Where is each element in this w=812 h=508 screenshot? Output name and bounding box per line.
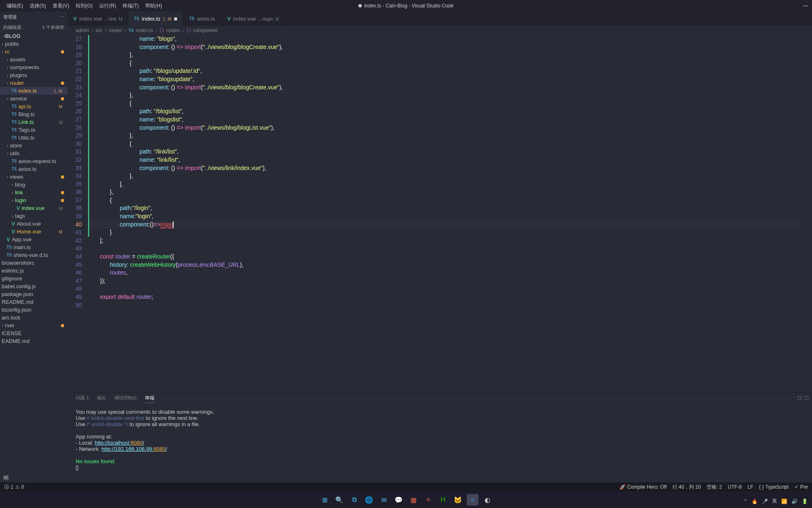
status-encoding[interactable]: UTF-8 <box>728 484 742 490</box>
code-content[interactable]: name: "blogs",component: () => import(".… <box>90 35 812 392</box>
code-line[interactable]: { <box>90 140 812 148</box>
panel-maximize-icon[interactable]: ▢ <box>797 395 802 402</box>
mail-icon[interactable]: ✉ <box>378 494 390 506</box>
code-line[interactable]: ]; <box>90 237 812 245</box>
app-icon[interactable]: 🐱 <box>452 494 464 506</box>
volume-icon[interactable]: 🔊 <box>791 499 798 504</box>
code-editor[interactable]: 1718192021222324252627282930313233343536… <box>67 35 812 392</box>
vscode-icon[interactable]: ⟐ <box>467 494 478 506</box>
code-line[interactable]: history: createWebHistory(process.env.BA… <box>90 261 812 269</box>
breadcrumb-item[interactable]: component <box>193 28 218 33</box>
code-line[interactable]: }, <box>90 91 812 100</box>
tree-file[interactable]: gitignore <box>0 275 67 282</box>
tree-file[interactable]: TS shims-vue.d.ts <box>0 251 67 259</box>
code-line[interactable]: ], <box>90 180 812 189</box>
code-line[interactable]: component:()=>impo <box>90 221 812 229</box>
tree-folder[interactable]: › blog <box>0 181 67 189</box>
menu-run[interactable]: 运行(R) <box>96 1 119 11</box>
status-lang[interactable]: { } TypeScript <box>759 484 789 490</box>
battery-icon[interactable]: 🔋 <box>802 499 808 504</box>
app-icon[interactable]: ▦ <box>408 494 419 506</box>
task-view-icon[interactable]: ⧉ <box>348 494 360 506</box>
tree-file[interactable]: browserslistrc <box>0 259 67 267</box>
chevron-up-icon[interactable]: ⌃ <box>743 499 747 504</box>
workspace-root[interactable]: -BLOG <box>0 32 67 40</box>
tree-file[interactable]: V index.vueU <box>0 204 67 212</box>
code-line[interactable]: { <box>90 196 812 205</box>
breadcrumb-item[interactable]: src <box>96 28 102 33</box>
wifi-icon[interactable]: 📶 <box>781 499 787 504</box>
code-line[interactable]: name: "blogsupdate", <box>90 75 812 84</box>
breadcrumb-item[interactable]: routes <box>166 28 180 33</box>
code-line[interactable]: name: "blogslist", <box>90 116 812 124</box>
panel-tab-terminal[interactable]: 终端 <box>145 395 154 403</box>
breadcrumb-item[interactable]: index.ts <box>136 28 153 33</box>
code-line[interactable]: name:"login", <box>90 212 812 221</box>
code-line[interactable]: path: "/link/list", <box>90 148 812 156</box>
tree-folder[interactable]: › plugins <box>0 71 67 79</box>
tree-file[interactable]: babel.config.js <box>0 282 67 290</box>
tree-folder[interactable]: › link <box>0 189 67 196</box>
menu-help[interactable]: 帮助(H) <box>142 1 165 11</box>
code-line[interactable]: path: "/blogs/list", <box>90 107 812 116</box>
status-prettier[interactable]: ✓ Pre <box>794 484 808 490</box>
code-line[interactable]: }, <box>90 51 812 59</box>
tree-folder[interactable]: › rver <box>0 322 67 329</box>
menu-select[interactable]: 选择(S) <box>26 1 49 11</box>
editor-tab[interactable]: Vindex.vue...\linkU <box>67 12 128 26</box>
tree-folder[interactable]: › tags <box>0 212 67 220</box>
minimize-button[interactable]: ─ <box>803 2 808 9</box>
tree-folder[interactable]: › views <box>0 173 67 181</box>
code-line[interactable]: }, <box>90 132 812 140</box>
tree-file[interactable]: tsconfig.json <box>0 306 67 314</box>
tree-folder[interactable]: › router <box>0 79 67 87</box>
panel-tab-output[interactable]: 输出 <box>97 395 106 403</box>
tree-file[interactable]: TS axios.ts <box>0 165 67 173</box>
start-button[interactable]: ⊞ <box>319 494 330 506</box>
tree-file[interactable]: TS main.ts <box>0 243 67 251</box>
menu-edit[interactable]: 编辑(E) <box>3 1 26 11</box>
breadcrumb-item[interactable]: admin <box>76 28 89 33</box>
menu-go[interactable]: 转到(G) <box>72 1 96 11</box>
code-line[interactable]: }); <box>90 277 812 285</box>
search-icon[interactable]: 🔍 <box>334 494 345 506</box>
code-line[interactable]: export default router; <box>90 293 812 301</box>
tree-folder[interactable]: › rc <box>0 48 67 56</box>
code-line[interactable]: component: () => import("../views/blog/b… <box>90 43 812 51</box>
tree-file[interactable]: TS axios-request.ts <box>0 157 67 165</box>
breadcrumb[interactable]: admin› src› router› TS index.ts› ⬡ route… <box>67 26 812 35</box>
code-line[interactable]: name: "link/list", <box>90 156 812 164</box>
tree-file[interactable]: TS Link.tsU <box>0 118 67 126</box>
app-icon[interactable]: H <box>437 494 449 506</box>
code-line[interactable]: const router = createRouter({ <box>90 253 812 261</box>
code-line[interactable]: path: "/blogs/update/:id", <box>90 67 812 75</box>
editor-tab[interactable]: Vindex.vue...\loginU <box>221 12 285 26</box>
tree-folder[interactable]: › login <box>0 196 67 204</box>
panel-close-icon[interactable]: ▢ <box>804 395 809 402</box>
code-line[interactable]: routes, <box>90 269 812 277</box>
chrome-icon[interactable]: 🌐 <box>363 494 375 506</box>
tree-file[interactable]: eslintrc.js <box>0 267 67 275</box>
tree-folder[interactable]: › components <box>0 63 67 71</box>
tree-file[interactable]: arn.lock <box>0 314 67 322</box>
microphone-icon[interactable]: 🎤 <box>762 499 768 504</box>
code-line[interactable]: { <box>90 100 812 108</box>
status-eol[interactable]: LF <box>747 484 753 490</box>
minimap[interactable] <box>800 35 812 392</box>
more-icon[interactable]: ⋯ <box>60 14 64 20</box>
tree-folder[interactable]: › service <box>0 95 67 103</box>
tree-file[interactable]: ICENSE <box>0 329 67 337</box>
app-icon[interactable]: ◐ <box>482 494 493 506</box>
wechat-icon[interactable]: 💬 <box>393 494 404 506</box>
code-line[interactable]: path:"/login", <box>90 204 812 212</box>
tree-file[interactable]: EADME.md <box>0 337 67 345</box>
tree-file[interactable]: TS api.tsM <box>0 103 67 110</box>
code-line[interactable]: component: () => import("../views/link/i… <box>90 164 812 172</box>
tree-file[interactable]: TS index.ts1, M <box>0 87 67 95</box>
tree-folder[interactable]: › utils <box>0 149 67 157</box>
tree-file[interactable]: README.md <box>0 298 67 306</box>
open-editors-header[interactable]: 的编辑器 1 个未保存 <box>0 23 67 32</box>
tree-file[interactable]: TS Utils.ts <box>0 134 67 142</box>
code-line[interactable]: } <box>90 228 812 237</box>
panel-tab-problems[interactable]: 问题1 <box>76 395 89 403</box>
